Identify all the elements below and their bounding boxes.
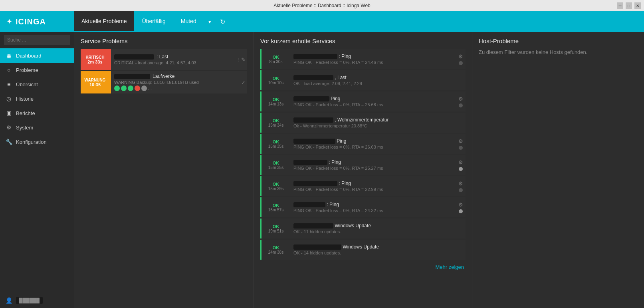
- warning-content: Laufwerke WARNING Backup: 1.816TB/1.819T…: [111, 71, 240, 93]
- redacted-3: [293, 96, 329, 101]
- ok-time-6: 15m 35s: [268, 165, 283, 170]
- sidebar-item-historie[interactable]: ◷ Historie: [0, 91, 74, 106]
- sidebar-item-uebersicht[interactable]: ≡ Übersicht: [0, 77, 74, 91]
- list-item: OK 15m 39s : Ping PING OK - Packet loss …: [260, 176, 466, 196]
- critical-actions: ! ✎: [236, 49, 247, 70]
- wrench-icon-7[interactable]: ⚙: [458, 181, 463, 187]
- close-button[interactable]: ✕: [634, 2, 641, 9]
- recovered-row-title-10: Windows Update: [293, 244, 458, 250]
- recovered-desc-3: PING OK - Packet loss = 0%, RTA = 25.68 …: [293, 102, 453, 107]
- sidebar-label-konfiguration: Konfiguration: [16, 139, 47, 145]
- user-icon: 👤: [6, 297, 12, 304]
- tab-dropdown-button[interactable]: ▾: [204, 11, 215, 32]
- wrench-icon-3[interactable]: ⚙: [458, 96, 463, 102]
- ok-time-7: 15m 39s: [268, 187, 283, 191]
- sidebar-item-system[interactable]: ⚙ System: [0, 120, 74, 135]
- list-item: OK 14m 13s Ping PING OK - Packet loss = …: [260, 91, 466, 111]
- wrench-icon-8[interactable]: ⚙: [458, 202, 463, 208]
- wrench-icon-1[interactable]: ⚙: [458, 54, 463, 60]
- sidebar-item-probleme[interactable]: ○ Probleme: [0, 63, 74, 77]
- status-warning: WARNUNG 10:35: [81, 71, 109, 93]
- top-nav: ✦ ICINGA Aktuelle Probleme Überfällig Mu…: [0, 11, 644, 32]
- wrench-icon-6[interactable]: ⚙: [458, 159, 463, 165]
- recovered-desc-1: PING OK - Packet loss = 0%, RTA = 24.46 …: [293, 60, 453, 65]
- ok-status-8: OK 15m 57s: [262, 197, 290, 217]
- edit-icon[interactable]: ✎: [241, 57, 246, 63]
- recovered-content-1: : Ping PING OK - Packet loss = 0%, RTA =…: [290, 49, 456, 69]
- alert-icon[interactable]: !: [238, 57, 240, 63]
- ok-time-5: 15m 35s: [268, 144, 283, 149]
- circle-8: [459, 209, 463, 213]
- redacted-1: [293, 54, 337, 59]
- recovered-desc-8: PING OK - Packet loss = 0%, RTA = 24.32 …: [293, 208, 453, 213]
- recovered-actions-4: [461, 113, 466, 133]
- logo-area: ✦ ICINGA: [0, 17, 74, 26]
- ok-status-6: OK 15m 35s: [262, 155, 290, 175]
- redacted-8: [293, 202, 325, 207]
- username: ██████: [16, 297, 43, 304]
- recovered-actions-1: ⚙: [456, 49, 466, 69]
- recovered-content-7: : Ping PING OK - Packet loss = 0%, RTA =…: [290, 176, 456, 196]
- main-layout: ▦ Dashboard ○ Probleme ≡ Übersicht ◷ His…: [0, 32, 644, 308]
- list-item: OK 15m 35s Ping PING OK - Packet loss = …: [260, 134, 466, 154]
- warning-label: WARNUNG: [85, 78, 106, 82]
- recovered-row-title-6: : Ping: [293, 159, 453, 165]
- recovered-actions-3: ⚙: [456, 91, 466, 111]
- nav-tabs: Aktuelle Probleme Überfällig Muted ▾ ↻: [74, 11, 229, 32]
- sidebar-item-konfiguration[interactable]: 🔧 Konfiguration: [0, 135, 74, 149]
- warning-desc: WARNING Backup: 1.816TB/1.819TB used: [114, 80, 236, 85]
- ok-time-3: 14m 13s: [268, 102, 283, 106]
- search-input[interactable]: [4, 35, 70, 45]
- checkmark-icon[interactable]: ✓: [241, 79, 246, 85]
- logo-text: ICINGA: [16, 17, 46, 26]
- maximize-button[interactable]: □: [626, 2, 632, 9]
- list-item: OK 24m 38s Windows Update OK - 14 hidden…: [260, 240, 466, 260]
- circle-5: [459, 146, 463, 150]
- recovered-service-9: Windows Update: [335, 223, 371, 229]
- tab-ueberfaellig[interactable]: Überfällig: [135, 11, 173, 32]
- disk-dot-1: [114, 85, 120, 91]
- recovered-services-panel: Vor kurzem erholte Services OK 8m 30s : …: [254, 32, 472, 308]
- disk-dot-3: [128, 85, 133, 91]
- ok-status-9: OK 19m 51s: [262, 219, 290, 238]
- recovered-content-10: Windows Update OK - 14 hidden updates.: [290, 240, 461, 260]
- wrench-icon-5[interactable]: ⚙: [458, 138, 463, 144]
- recovered-row-title-5: Ping: [293, 138, 453, 144]
- critical-time: 2m 33s: [87, 60, 102, 64]
- redacted-10: [293, 244, 341, 250]
- dashboard-grid: Service Problems KRITISCH 2m 33s : Last …: [74, 32, 644, 308]
- sidebar: ▦ Dashboard ○ Probleme ≡ Übersicht ◷ His…: [0, 32, 74, 308]
- redacted-host: [114, 54, 154, 60]
- ok-label-3: OK: [273, 97, 279, 102]
- ok-label-8: OK: [273, 203, 279, 208]
- tab-muted[interactable]: Muted: [174, 11, 204, 32]
- sidebar-item-berichte[interactable]: ▣ Berichte: [0, 106, 74, 120]
- minimize-button[interactable]: ─: [617, 2, 623, 9]
- ok-label-5: OK: [273, 139, 279, 144]
- berichte-icon: ▣: [6, 110, 12, 116]
- refresh-button[interactable]: ↻: [216, 11, 229, 32]
- circle-3: [459, 103, 463, 107]
- recovered-row-title-2: , Last: [293, 75, 458, 80]
- recovered-service-8: : Ping: [327, 202, 339, 207]
- recovered-content-5: Ping PING OK - Packet loss = 0%, RTA = 2…: [290, 134, 456, 154]
- tab-aktuelle-probleme[interactable]: Aktuelle Probleme: [74, 11, 134, 32]
- dashboard-icon: ▦: [6, 52, 12, 59]
- show-more-button[interactable]: Mehr zeigen: [260, 261, 466, 270]
- recovered-row-title-8: : Ping: [293, 202, 453, 207]
- disk-dot-5: [141, 85, 147, 91]
- ok-status-4: OK 15m 34s: [262, 113, 290, 133]
- recovered-actions-8: ⚙: [456, 197, 466, 217]
- ok-label-10: OK: [273, 245, 279, 250]
- window-controls: ─ □ ✕: [617, 2, 641, 9]
- critical-title: : Last: [114, 54, 233, 60]
- critical-desc: CRITICAL - load average: 4.21, 4.57, 4.0…: [114, 60, 233, 65]
- sidebar-user[interactable]: 👤 ██████: [0, 293, 74, 308]
- ok-status-10: OK 24m 38s: [262, 240, 290, 260]
- ok-time-8: 15m 57s: [268, 208, 283, 212]
- sidebar-item-dashboard[interactable]: ▦ Dashboard: [0, 48, 74, 63]
- disk-dot-4: [135, 85, 140, 91]
- sidebar-label-historie: Historie: [16, 96, 34, 102]
- recovered-actions-7: ⚙: [456, 176, 466, 196]
- logo-icon: ✦: [6, 17, 12, 26]
